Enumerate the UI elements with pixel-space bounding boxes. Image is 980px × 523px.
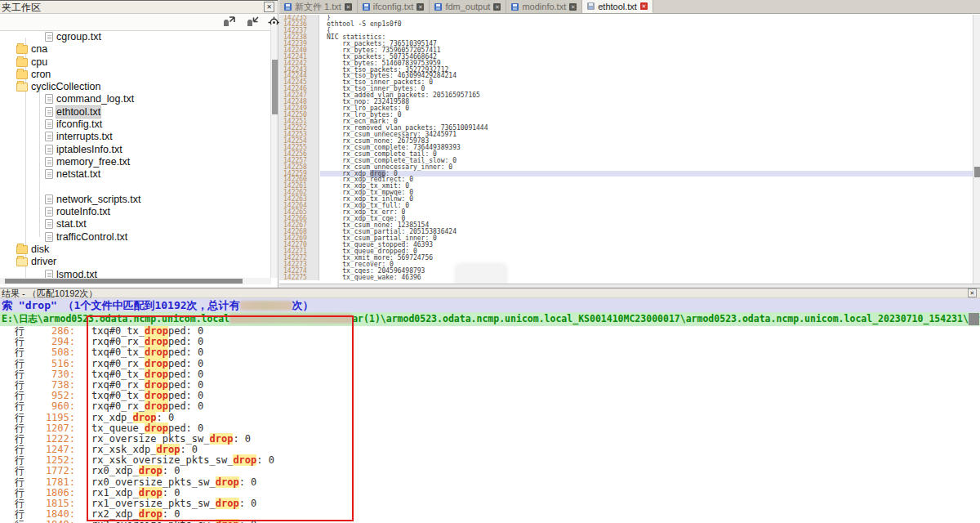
match-row[interactable]: 行1207:tx_queue_dropped: 0	[0, 423, 980, 434]
line-number: 142275	[279, 275, 319, 281]
line-text: }	[320, 15, 973, 21]
tree-item-label: cron	[31, 69, 51, 80]
file-icon	[45, 232, 53, 242]
match-highlight: drop	[139, 487, 163, 498]
match-row[interactable]: 行516:rxq#0_rx_dropped: 0	[0, 359, 980, 369]
tree-folder-row[interactable]: ›cna	[0, 43, 271, 56]
match-highlight: drop	[139, 508, 163, 520]
editor-tab[interactable]: fdm_output✕	[430, 0, 506, 13]
match-row[interactable]: 行1195:rx_xdp_drop: 0	[0, 413, 980, 423]
tree-gap-row	[0, 181, 271, 194]
match-text: rx_oversize_pkts_sw_drop: 0	[91, 433, 251, 445]
editor-tab[interactable]: 新文件 1.txt✕	[279, 0, 358, 13]
scrollbar-thumb[interactable]	[272, 60, 278, 114]
save-icon	[363, 3, 370, 11]
folder-icon	[16, 70, 28, 79]
tree-item-label: routeInfo.txt	[56, 206, 110, 217]
match-row[interactable]: 行730:txq#0_tx_dropped: 0	[0, 369, 980, 380]
search-summary-text: 索 "drop" （1个文件中匹配到10192次，总计有	[2, 299, 240, 311]
match-text: rxq#0_rx_dropped: 0	[91, 400, 203, 412]
tree-folder-row[interactable]: ⌄driver	[0, 256, 271, 268]
match-highlight: drop	[216, 519, 239, 523]
scrollbar-thumb[interactable]	[974, 167, 980, 177]
tab-close-icon[interactable]: ✕	[345, 3, 352, 11]
tree-item-label: ethtool.txt	[56, 106, 100, 118]
line-text: rx_lro_packets: 0	[320, 105, 973, 112]
match-row[interactable]: 行1781:rx0_oversize_pkts_sw_drop: 0	[0, 477, 980, 488]
line-text: {	[320, 28, 973, 34]
match-row[interactable]: 行508:txq#0_tx_dropped: 0	[0, 347, 980, 358]
tree-file-row[interactable]: trafficControl.txt	[0, 231, 271, 244]
collapse-all-icon[interactable]	[247, 16, 260, 29]
workspace-horizontal-scrollbar[interactable]	[0, 278, 271, 284]
editor-area[interactable]: 142235}142236ethtool -S enp1s0f0142237{1…	[279, 15, 973, 284]
tree-file-row[interactable]: netstat.txt	[0, 168, 271, 181]
results-close-icon[interactable]: ✕	[968, 288, 977, 297]
editor-tab[interactable]: ethtool.txt✕	[582, 0, 653, 13]
result-file-path[interactable]: E:\日志\armod0523.odata.ncmp.unicom.locala…	[0, 312, 980, 326]
tree-file-row[interactable]: lsmod.txt	[0, 269, 271, 278]
tab-close-icon[interactable]: ✕	[569, 3, 577, 11]
match-text: rx0_xdp_drop: 0	[91, 465, 180, 476]
search-results-panel: 结果 - （匹配10192次） ✕ 索 "drop" （1个文件中匹配到1019…	[0, 288, 980, 523]
tree-folder-row[interactable]: ⌄cyclicCollection	[0, 81, 271, 93]
workspace-close-icon[interactable]: ✕	[264, 2, 274, 12]
editor-line[interactable]: 142236ethtool -S enp1s0f0	[279, 21, 973, 28]
line-prefix-label: 行	[15, 466, 24, 476]
tab-close-icon[interactable]: ✕	[640, 2, 648, 10]
tab-label: ethtool.txt	[598, 2, 637, 11]
file-icon	[45, 107, 53, 117]
workspace-vertical-scrollbar[interactable]	[270, 25, 278, 278]
match-highlight: drop	[216, 476, 239, 488]
tree-file-row[interactable]: cgroup.txt	[0, 31, 271, 43]
tree-file-row[interactable]: routeInfo.txt	[0, 206, 271, 218]
match-line-number: 960:	[24, 401, 75, 412]
tree-item-label: memory_free.txt	[56, 156, 130, 168]
file-icon	[45, 32, 53, 42]
tree-file-row[interactable]: command_log.txt	[0, 93, 271, 105]
match-text: rx2_oversize_pkts_sw_drop: 0	[91, 519, 256, 523]
line-text: rx_xdp_tx_inlnw: 0	[320, 196, 973, 203]
editor-vertical-scrollbar[interactable]	[973, 15, 980, 284]
scrollbar-thumb[interactable]	[5, 279, 243, 284]
tree-folder-row[interactable]: ›disk	[0, 244, 271, 256]
match-text: txq#0_tx_dropped: 0	[91, 346, 203, 358]
match-row[interactable]: 行1772:rx0_xdp_drop: 0	[0, 466, 980, 476]
save-icon	[284, 3, 292, 11]
match-text: txq#0_tx_dropped: 0	[91, 390, 203, 401]
editor-line[interactable]: 142275 tx_queue_wake: 46396	[279, 275, 973, 281]
match-row[interactable]: 行1849:rx2_oversize_pkts_sw_drop: 0	[0, 520, 980, 523]
tab-label: 新文件 1.txt	[295, 1, 341, 13]
tree-file-row[interactable]: network_scripts.txt	[0, 194, 271, 206]
line-text: rx_xdp_tx_full: 0	[320, 203, 973, 209]
match-line-number: 1195:	[24, 413, 75, 423]
match-line-number: 516:	[24, 359, 75, 369]
tree-item-label: driver	[31, 256, 56, 267]
tree-file-row[interactable]: stat.txt	[0, 218, 271, 230]
line-text: rx_lro_bytes: 0	[320, 112, 973, 118]
expand-all-icon[interactable]	[223, 16, 236, 29]
tab-close-icon[interactable]: ✕	[416, 3, 424, 11]
file-icon	[45, 119, 53, 129]
match-text: rx2_xdp_drop: 0	[91, 508, 180, 520]
match-text: rxq#0_rx_dropped: 0	[91, 336, 203, 347]
tree-file-row[interactable]: memory_free.txt	[0, 156, 271, 168]
line-text: tx_queue_stopped: 46393	[320, 242, 973, 248]
editor-tab[interactable]: modinfo.txt✕	[506, 0, 582, 13]
tree-folder-row[interactable]: ›cron	[0, 69, 271, 81]
tree-file-row[interactable]: ethtool.txt	[0, 106, 271, 118]
match-text: txq#0_tx_dropped: 0	[91, 326, 203, 337]
match-highlight: drop	[145, 400, 168, 412]
tree-item-label: command_log.txt	[56, 94, 134, 105]
tree-file-row[interactable]: ifconfig.txt	[0, 118, 271, 131]
tab-close-icon[interactable]: ✕	[493, 3, 501, 11]
match-row[interactable]: 行960:rxq#0_rx_dropped: 0	[0, 401, 980, 412]
tree-file-row[interactable]: interrupts.txt	[0, 131, 271, 143]
match-highlight: drop	[216, 498, 239, 509]
match-line-number: 1849:	[24, 520, 75, 523]
editor-tab[interactable]: ifconfig.txt✕	[358, 0, 430, 13]
tree-file-row[interactable]: iptablesInfo.txt	[0, 144, 271, 156]
match-line-number: 730:	[24, 369, 75, 380]
tree-folder-row[interactable]: ›cpu	[0, 56, 271, 69]
folder-icon	[16, 83, 28, 92]
